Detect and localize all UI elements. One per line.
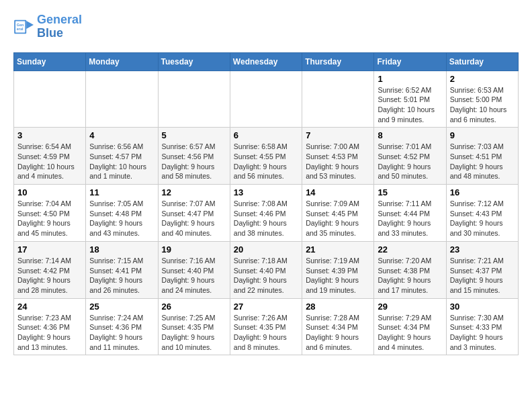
day-info: Sunrise: 7:14 AMSunset: 4:42 PMDaylight:… [17,256,82,295]
day-info: Sunrise: 7:20 AMSunset: 4:38 PMDaylight:… [378,256,442,295]
calendar-cell: 5Sunrise: 6:57 AMSunset: 4:56 PMDaylight… [158,128,230,185]
calendar-cell: 26Sunrise: 7:25 AMSunset: 4:35 PMDayligh… [158,298,230,355]
svg-text:eral: eral [17,27,24,31]
calendar-cell [302,71,374,128]
calendar-cell: 14Sunrise: 7:09 AMSunset: 4:45 PMDayligh… [302,185,374,242]
day-info: Sunrise: 6:58 AMSunset: 4:55 PMDaylight:… [234,142,298,181]
calendar-cell: 18Sunrise: 7:15 AMSunset: 4:41 PMDayligh… [86,241,158,298]
svg-text:Gen: Gen [17,23,24,27]
day-info: Sunrise: 6:54 AMSunset: 4:59 PMDaylight:… [17,142,82,181]
calendar-cell: 8Sunrise: 7:01 AMSunset: 4:52 PMDaylight… [374,128,446,185]
day-number: 12 [162,187,226,197]
calendar-cell: 2Sunrise: 6:53 AMSunset: 5:00 PMDaylight… [446,71,518,128]
day-info: Sunrise: 7:18 AMSunset: 4:40 PMDaylight:… [234,256,298,295]
day-number: 27 [234,302,298,312]
calendar-cell: 12Sunrise: 7:07 AMSunset: 4:47 PMDayligh… [158,185,230,242]
calendar-cell [158,71,230,128]
day-number: 29 [378,302,442,312]
calendar-cell: 21Sunrise: 7:19 AMSunset: 4:39 PMDayligh… [302,241,374,298]
day-info: Sunrise: 7:11 AMSunset: 4:44 PMDaylight:… [378,199,442,238]
day-info: Sunrise: 7:04 AMSunset: 4:50 PMDaylight:… [17,199,82,238]
calendar-table: SundayMondayTuesdayWednesdayThursdayFrid… [13,52,519,356]
day-info: Sunrise: 7:30 AMSunset: 4:33 PMDaylight:… [450,313,515,353]
day-info: Sunrise: 7:23 AMSunset: 4:36 PMDaylight:… [17,313,82,353]
calendar-cell: 7Sunrise: 7:00 AMSunset: 4:53 PMDaylight… [302,128,374,185]
weekday-header-tuesday: Tuesday [158,52,230,71]
day-info: Sunrise: 6:56 AMSunset: 4:57 PMDaylight:… [89,142,154,181]
weekday-header-friday: Friday [374,52,446,71]
day-number: 28 [306,302,370,312]
day-number: 17 [17,244,82,255]
calendar-cell: 29Sunrise: 7:29 AMSunset: 4:34 PMDayligh… [374,298,446,355]
day-number: 2 [450,74,515,84]
calendar-cell: 15Sunrise: 7:11 AMSunset: 4:44 PMDayligh… [374,185,446,242]
logo: Gen eral General Blue [13,13,82,40]
calendar-cell: 27Sunrise: 7:26 AMSunset: 4:35 PMDayligh… [230,298,302,355]
day-info: Sunrise: 7:28 AMSunset: 4:34 PMDaylight:… [306,313,370,353]
day-number: 3 [17,130,82,140]
day-info: Sunrise: 7:15 AMSunset: 4:41 PMDaylight:… [89,256,154,295]
day-number: 18 [89,244,154,255]
calendar-cell: 17Sunrise: 7:14 AMSunset: 4:42 PMDayligh… [14,241,86,298]
day-number: 24 [17,302,82,312]
day-info: Sunrise: 6:57 AMSunset: 4:56 PMDaylight:… [162,142,226,181]
calendar-cell: 16Sunrise: 7:12 AMSunset: 4:43 PMDayligh… [446,185,518,242]
calendar-cell: 13Sunrise: 7:08 AMSunset: 4:46 PMDayligh… [230,185,302,242]
day-info: Sunrise: 7:29 AMSunset: 4:34 PMDaylight:… [378,313,442,353]
calendar-cell: 9Sunrise: 7:03 AMSunset: 4:51 PMDaylight… [446,128,518,185]
calendar-cell [230,71,302,128]
calendar-cell: 20Sunrise: 7:18 AMSunset: 4:40 PMDayligh… [230,241,302,298]
day-number: 8 [378,130,442,140]
day-info: Sunrise: 7:05 AMSunset: 4:48 PMDaylight:… [89,199,154,238]
day-info: Sunrise: 7:16 AMSunset: 4:40 PMDaylight:… [162,256,226,295]
calendar-cell: 10Sunrise: 7:04 AMSunset: 4:50 PMDayligh… [14,185,86,242]
day-number: 4 [89,130,154,140]
calendar-cell: 30Sunrise: 7:30 AMSunset: 4:33 PMDayligh… [446,298,518,355]
day-number: 26 [162,302,226,312]
calendar-cell: 3Sunrise: 6:54 AMSunset: 4:59 PMDaylight… [14,128,86,185]
logo-text: General Blue [37,13,82,40]
day-number: 15 [378,187,442,197]
weekday-header-saturday: Saturday [446,52,518,71]
calendar-cell: 19Sunrise: 7:16 AMSunset: 4:40 PMDayligh… [158,241,230,298]
day-number: 9 [450,130,515,140]
calendar-cell: 4Sunrise: 6:56 AMSunset: 4:57 PMDaylight… [86,128,158,185]
day-info: Sunrise: 7:26 AMSunset: 4:35 PMDaylight:… [234,313,298,353]
calendar-cell: 24Sunrise: 7:23 AMSunset: 4:36 PMDayligh… [14,298,86,355]
day-number: 6 [234,130,298,140]
day-info: Sunrise: 7:08 AMSunset: 4:46 PMDaylight:… [234,199,298,238]
day-info: Sunrise: 7:19 AMSunset: 4:39 PMDaylight:… [306,256,370,295]
day-number: 25 [89,302,154,312]
day-number: 19 [162,244,226,255]
calendar-cell: 1Sunrise: 6:52 AMSunset: 5:01 PMDaylight… [374,71,446,128]
day-info: Sunrise: 7:07 AMSunset: 4:47 PMDaylight:… [162,199,226,238]
weekday-header-thursday: Thursday [302,52,374,71]
calendar-cell: 28Sunrise: 7:28 AMSunset: 4:34 PMDayligh… [302,298,374,355]
weekday-header-wednesday: Wednesday [230,52,302,71]
day-number: 21 [306,244,370,255]
day-number: 23 [450,244,515,255]
day-number: 11 [89,187,154,197]
calendar-cell [14,71,86,128]
day-info: Sunrise: 7:03 AMSunset: 4:51 PMDaylight:… [450,142,515,181]
day-number: 14 [306,187,370,197]
calendar-cell [86,71,158,128]
day-info: Sunrise: 7:21 AMSunset: 4:37 PMDaylight:… [450,256,515,295]
day-number: 1 [378,74,442,84]
calendar-cell: 6Sunrise: 6:58 AMSunset: 4:55 PMDaylight… [230,128,302,185]
day-number: 10 [17,187,82,197]
calendar-cell: 22Sunrise: 7:20 AMSunset: 4:38 PMDayligh… [374,241,446,298]
day-number: 7 [306,130,370,140]
day-info: Sunrise: 7:24 AMSunset: 4:36 PMDaylight:… [89,313,154,353]
weekday-header-sunday: Sunday [14,52,86,71]
day-info: Sunrise: 6:52 AMSunset: 5:01 PMDaylight:… [378,85,442,125]
day-info: Sunrise: 6:53 AMSunset: 5:00 PMDaylight:… [450,85,515,125]
day-info: Sunrise: 7:01 AMSunset: 4:52 PMDaylight:… [378,142,442,181]
day-number: 30 [450,302,515,312]
day-number: 20 [234,244,298,255]
svg-marker-4 [26,21,34,29]
calendar-cell: 11Sunrise: 7:05 AMSunset: 4:48 PMDayligh… [86,185,158,242]
weekday-header-monday: Monday [86,52,158,71]
calendar-cell: 23Sunrise: 7:21 AMSunset: 4:37 PMDayligh… [446,241,518,298]
day-number: 22 [378,244,442,255]
